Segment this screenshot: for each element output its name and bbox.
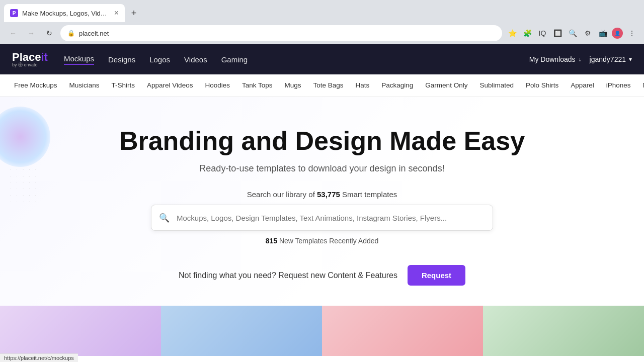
request-prompt-text: Not finding what you need? Request new C…	[179, 271, 397, 280]
cat-hoodies[interactable]: Hoodies	[199, 74, 236, 97]
cast-button[interactable]: 📺	[597, 27, 609, 39]
logo-it-text: it	[41, 52, 48, 63]
header-actions: My Downloads ↓ jgandy7221 ▾	[529, 55, 632, 63]
user-menu-button[interactable]: jgandy7221 ▾	[590, 55, 632, 63]
address-bar[interactable]: 🔒 placeit.net	[60, 25, 502, 41]
forward-button[interactable]: →	[24, 26, 38, 40]
cat-free-mockups[interactable]: Free Mockups	[8, 74, 63, 97]
ext2-button[interactable]: 🔲	[551, 27, 564, 39]
main-nav: Mockups Designs Logos Videos Gaming	[64, 54, 513, 65]
refresh-button[interactable]: ↻	[42, 26, 56, 40]
tab-bar: P Make Mockups, Logos, Videos... × +	[0, 0, 644, 22]
cat-hats[interactable]: Hats	[350, 74, 376, 97]
search-container: 🔍	[151, 205, 493, 231]
iq-button[interactable]: IQ	[536, 27, 548, 39]
cat-apparel-videos[interactable]: Apparel Videos	[141, 74, 199, 97]
search-input[interactable]	[151, 205, 493, 231]
active-tab[interactable]: P Make Mockups, Logos, Videos... ×	[4, 4, 125, 22]
profile-avatar[interactable]: 👤	[612, 28, 623, 39]
user-label: jgandy7221	[590, 55, 626, 63]
card-thumb-3[interactable]	[322, 306, 483, 356]
status-bar: https://placeit.net/c/mockups	[0, 353, 78, 362]
cards-strip	[0, 306, 644, 356]
settings-button[interactable]: ⚙	[582, 27, 594, 39]
site-logo[interactable]: Place it by ⓔ envato	[12, 52, 48, 67]
nav-logos[interactable]: Logos	[149, 55, 170, 64]
lock-icon: 🔒	[67, 30, 75, 37]
tab-close-button[interactable]: ×	[114, 9, 119, 17]
hero-subheadline: Ready-to-use templates to download your …	[10, 163, 634, 174]
address-bar-row: ← → ↻ 🔒 placeit.net ⭐ 🧩 IQ 🔲 🔍 ⚙ 📺 👤 ⋮	[0, 22, 644, 44]
browser-actions: ⭐ 🧩 IQ 🔲 🔍 ⚙ 📺 👤 ⋮	[506, 27, 638, 39]
search-count: 53,775	[317, 190, 340, 199]
cat-apparel[interactable]: Apparel	[565, 74, 600, 97]
cat-macbooks[interactable]: MacBooks	[637, 74, 644, 97]
search-icon: 🔍	[159, 213, 170, 223]
nav-gaming[interactable]: Gaming	[221, 55, 248, 64]
card-thumb-4[interactable]	[483, 306, 644, 356]
downloads-arrow-icon: ↓	[579, 56, 582, 63]
url-text: placeit.net	[79, 30, 109, 37]
hero-section: · · · · ·· · · · ·· · · · ·· · · · ·· · …	[0, 97, 644, 306]
nav-mockups[interactable]: Mockups	[64, 54, 94, 65]
search-label: Search our library of 53,775 Smart templ…	[10, 190, 634, 199]
browser-chrome: P Make Mockups, Logos, Videos... × + ← →…	[0, 0, 644, 44]
logo-byline: by ⓔ envato	[12, 63, 48, 67]
nav-designs[interactable]: Designs	[108, 55, 135, 64]
card-thumb-1[interactable]	[0, 306, 161, 356]
cat-garment-only[interactable]: Garment Only	[419, 74, 473, 97]
new-templates-text: New Templates Recently Added	[279, 237, 378, 245]
hero-blob-decoration	[0, 107, 50, 167]
new-templates-count: 815	[266, 237, 277, 245]
category-nav: Free Mockups Musicians T-Shirts Apparel …	[0, 74, 644, 97]
tab-title: Make Mockups, Logos, Videos...	[22, 10, 110, 17]
card-thumb-2[interactable]	[161, 306, 322, 356]
menu-button[interactable]: ⋮	[626, 27, 638, 39]
hero-dots-decoration: · · · · ·· · · · ·· · · · ·· · · · ·· · …	[10, 167, 38, 206]
cat-iphones[interactable]: iPhones	[600, 74, 637, 97]
cat-tank-tops[interactable]: Tank Tops	[236, 74, 279, 97]
nav-videos[interactable]: Videos	[184, 55, 207, 64]
site-header: Place it by ⓔ envato Mockups Designs Log…	[0, 44, 644, 74]
bookmark-button[interactable]: ⭐	[506, 27, 518, 39]
cat-sublimated[interactable]: Sublimated	[473, 74, 520, 97]
cat-musicians[interactable]: Musicians	[63, 74, 106, 97]
status-url: https://placeit.net/c/mockups	[4, 355, 74, 361]
cat-tote-bags[interactable]: Tote Bags	[307, 74, 350, 97]
my-downloads-button[interactable]: My Downloads ↓	[529, 55, 582, 63]
request-button[interactable]: Request	[408, 265, 465, 286]
cat-tshirts[interactable]: T-Shirts	[106, 74, 141, 97]
hero-headline: Branding and Design Made Easy	[10, 127, 634, 155]
request-bar: Not finding what you need? Request new C…	[10, 265, 634, 286]
tab-favicon: P	[10, 9, 18, 17]
extensions-button[interactable]: 🧩	[521, 27, 533, 39]
my-downloads-label: My Downloads	[529, 55, 576, 63]
user-arrow-icon: ▾	[629, 56, 632, 63]
new-tab-button[interactable]: +	[127, 6, 141, 20]
back-button[interactable]: ←	[6, 26, 20, 40]
cat-packaging[interactable]: Packaging	[375, 74, 419, 97]
cat-polo-shirts[interactable]: Polo Shirts	[520, 74, 565, 97]
new-templates-label: 815 New Templates Recently Added	[10, 237, 634, 245]
search-browser-button[interactable]: 🔍	[567, 27, 579, 39]
cat-mugs[interactable]: Mugs	[278, 74, 307, 97]
logo-place-text: Place	[12, 52, 41, 63]
